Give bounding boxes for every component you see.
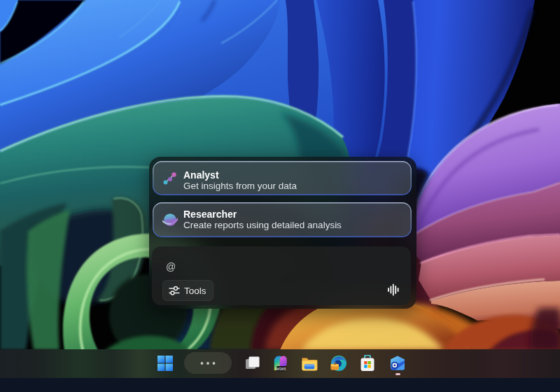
svg-text:M365: M365 (276, 367, 286, 371)
